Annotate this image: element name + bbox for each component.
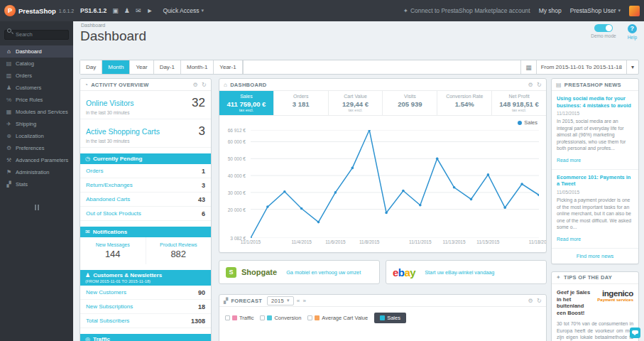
product-reviews-cell[interactable]: Product Reviews 882 [146, 237, 212, 264]
quick-access-menu[interactable]: Quick Access ▾ [163, 7, 204, 14]
sidebar-item-customers[interactable]: ♟ Customers [0, 82, 73, 94]
help-button[interactable]: ? [628, 24, 637, 33]
gear-icon[interactable]: ⚙ [528, 298, 533, 304]
news-article-title[interactable]: Using social media for your business: 4 … [557, 95, 633, 109]
row-value: 1308 [191, 318, 205, 325]
date-range-picker[interactable]: ▦ From 2015-11-01 To 2015-11-18 ▾ [520, 60, 638, 74]
row-label: Out of Stock Products [86, 210, 141, 217]
filter-year-button[interactable]: Year [130, 60, 153, 74]
kpi-sales[interactable]: Sales 411 759,00 € tax excl. [219, 91, 274, 115]
sidebar-item-orders[interactable]: ▥ Orders [0, 70, 73, 82]
online-visitors-block: Online Visitors 32 in the last 30 minute… [80, 91, 211, 119]
sales-chart: Sales 66 912 €60 000 €50 000 €40 000 €30… [219, 116, 546, 252]
gear-icon[interactable]: ⚙ [528, 82, 533, 88]
new-messages-cell[interactable]: New Messages 144 [80, 237, 146, 264]
customers-row-total-subscribers[interactable]: Total Subscribers 1308 [80, 314, 211, 328]
brand-block[interactable]: P PrestaShop 1.6.1.2 [0, 5, 73, 16]
shipping-icon: ✈ [6, 121, 12, 127]
forecast-legend-sales[interactable]: Sales [374, 313, 406, 323]
sidebar-item-catalog[interactable]: ▤ Catalog [0, 58, 73, 70]
read-more-link[interactable]: Read more [557, 158, 581, 163]
search-input[interactable] [4, 30, 69, 40]
page-title: Dashboard [80, 28, 146, 44]
rocket-icon[interactable]: ► [146, 7, 153, 14]
demo-mode-toggle[interactable] [594, 24, 613, 32]
breadcrumb[interactable]: Dashboard [81, 23, 105, 28]
customers-row-new-subscriptions[interactable]: New Subscriptions 18 [80, 300, 211, 314]
my-shop-link[interactable]: My shop [539, 7, 562, 14]
shopgate-promo-link[interactable]: Ga mobiel en verhoog uw omzet [286, 269, 361, 276]
sidebar-item-dashboard[interactable]: ⌂ Dashboard [0, 45, 73, 58]
online-visitors-link[interactable]: Online Visitors [86, 99, 134, 107]
forecast-legend-traffic[interactable]: Traffic [225, 315, 253, 321]
user-avatar[interactable] [629, 6, 640, 16]
refresh-icon[interactable]: ↻ [537, 82, 542, 88]
ebay-promo-link[interactable]: Start uw eBay-winkel vandaag [425, 269, 494, 276]
plug-icon: ✦ [403, 7, 408, 14]
kpi-orders[interactable]: Orders 3 181 [274, 91, 329, 115]
customers-newsletters-header: ♟ Customers & Newsletters (FROM 2015-11-… [80, 270, 211, 286]
customers-row-new-customers[interactable]: New Customers 90 [80, 286, 211, 300]
forecast-legend-average-cart-value[interactable]: Average Cart Value [307, 315, 368, 321]
refresh-icon[interactable]: ↻ [202, 82, 207, 88]
x-tick-label: 11/18/201 [529, 239, 547, 244]
row-label: New Subscriptions [86, 303, 133, 310]
filter-month-1-button[interactable]: Month-1 [181, 60, 214, 74]
sidebar-item-preferences[interactable]: ⚙ Preferences [0, 142, 73, 154]
news-icon: ▤ [556, 82, 562, 88]
ebay-letter: b [398, 266, 405, 278]
pending-row-out-of-stock[interactable]: Out of Stock Products 6 [80, 207, 211, 221]
main-content: Dashboard Dashboard Demo mode ? Help Day… [73, 21, 644, 341]
checkbox[interactable] [225, 315, 230, 320]
message-icon[interactable]: ✉ [136, 7, 141, 14]
kpi-note: tax excl. [493, 108, 545, 113]
gear-icon[interactable]: ⚙ [193, 82, 198, 88]
read-more-link[interactable]: Read more [557, 237, 581, 242]
sidebar-item-advanced-parameters[interactable]: ⚒ Advanced Parameters [0, 154, 73, 166]
filter-month-button[interactable]: Month [102, 60, 130, 74]
kpi-net-profit[interactable]: Net Profit 148 918,51 € tax excl. [492, 91, 546, 115]
checkbox[interactable] [260, 315, 265, 320]
filter-year-1-button[interactable]: Year-1 [214, 60, 242, 74]
cart-icon[interactable]: ▣ [112, 7, 119, 14]
user-menu[interactable]: PrestaShop User ▾ [570, 7, 621, 14]
ebay-letter: y [410, 266, 415, 278]
kpi-cart-value[interactable]: Cart Value 129,44 € tax excl. [329, 91, 383, 115]
cell-value: 144 [82, 249, 144, 259]
pending-row-abandoned-carts[interactable]: Abandoned Carts 43 [80, 193, 211, 207]
find-more-news-link[interactable]: Find more news [552, 249, 638, 264]
sidebar-item-stats[interactable]: ▞ Stats [0, 178, 73, 190]
news-article-title[interactable]: Ecommerce 101: Payments in a Tweet [557, 174, 633, 188]
filter-day-button[interactable]: Day [80, 60, 102, 74]
forecast-panel: ▞ FORECAST 2015 ▾ « » ⚙ ↻ [219, 294, 547, 341]
kpi-note [384, 108, 435, 113]
kpi-visits[interactable]: Visits 205 939 [383, 91, 437, 115]
sidebar-collapse-button[interactable] [0, 200, 73, 213]
sidebar-item-administration[interactable]: ⚑ Administration [0, 166, 73, 178]
pending-row-returns[interactable]: Return/Exchanges 3 [80, 178, 211, 193]
checkbox[interactable] [307, 315, 312, 320]
pending-row-orders[interactable]: Orders 1 [80, 164, 211, 178]
sidebar-item-modules-and-services[interactable]: ▦ Modules and Services [0, 106, 73, 118]
sidebar-item-localization[interactable]: ⊕ Localization [0, 130, 73, 142]
sidebar-item-price-rules[interactable]: % Price Rules [0, 94, 73, 106]
forecast-year-value: 2015 [271, 298, 284, 304]
sidebar-item-label: Customers [16, 85, 41, 91]
filter-day-1-button[interactable]: Day-1 [154, 60, 181, 74]
chart-legend[interactable]: Sales [518, 119, 537, 126]
date-filter-bar: Day Month Year Day-1 Month-1 Year-1 ▦ Fr… [80, 60, 639, 75]
customer-icon[interactable]: ♟ [124, 7, 130, 14]
refresh-icon[interactable]: ↻ [537, 298, 542, 304]
forecast-legend-conversion[interactable]: Conversion [260, 315, 301, 321]
marketplace-connect-link[interactable]: ✦ Connect to PrestaShop Marketplace acco… [403, 7, 530, 14]
forecast-year-select[interactable]: 2015 ▾ [267, 296, 294, 305]
kpi-conversion-rate[interactable]: Conversion Rate 1.54% [437, 91, 492, 115]
previous-year-button[interactable]: « [297, 298, 300, 304]
sidebar-item-label: Dashboard [16, 48, 42, 55]
sidebar-item-shipping[interactable]: ✈ Shipping [0, 118, 73, 130]
active-carts-link[interactable]: Active Shopping Carts [86, 127, 160, 136]
chat-widget-button[interactable] [630, 328, 640, 338]
shop-name-link[interactable]: PS1.6.1.2 [80, 7, 107, 14]
next-year-button[interactable]: » [303, 298, 307, 304]
row-label: Orders [86, 168, 103, 174]
